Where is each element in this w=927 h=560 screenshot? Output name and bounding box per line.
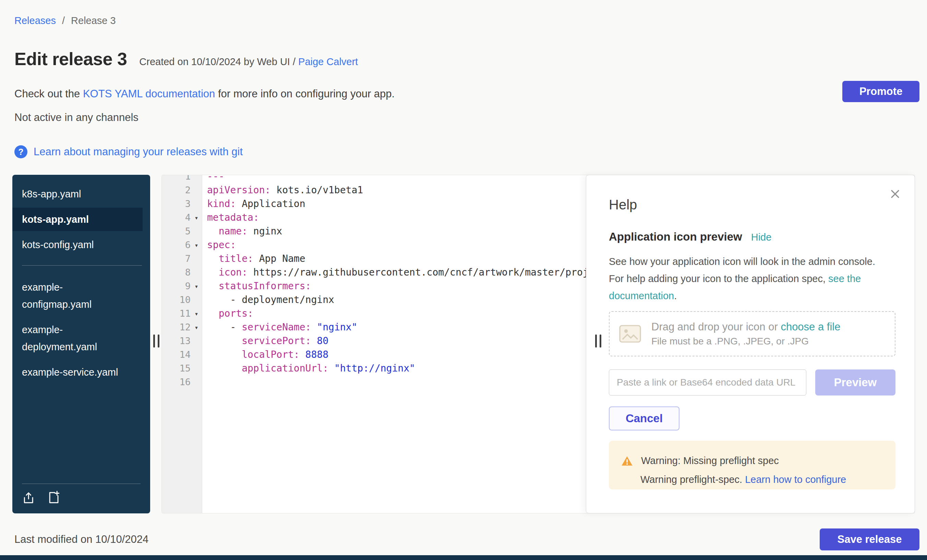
created-info: Created on 10/10/2024 by Web UI / Paige … bbox=[139, 56, 358, 68]
gutter-line-14: 14 bbox=[162, 348, 202, 361]
fold-arrow-icon[interactable]: ▾ bbox=[191, 279, 202, 293]
warning-text: Warning preflight-spec. bbox=[640, 474, 742, 485]
gutter-line-3: 3 bbox=[162, 197, 202, 211]
help-description: See how your application icon will look … bbox=[609, 253, 883, 304]
release-editor: k8s-app.yamlkots-app.yamlkots-config.yam… bbox=[12, 175, 915, 513]
gutter-line-9[interactable]: 9▾ bbox=[162, 279, 202, 293]
dropzone-text: Drag and drop your icon or choose a file… bbox=[651, 321, 840, 347]
gutter-line-4[interactable]: 4▾ bbox=[162, 211, 202, 225]
docs-line: Check out the KOTS YAML documentation fo… bbox=[14, 88, 395, 100]
warning-icon bbox=[621, 456, 633, 466]
gutter-line-1: 1 bbox=[162, 175, 202, 184]
sidebar-file-list: k8s-app.yamlkots-app.yamlkots-config.yam… bbox=[12, 175, 150, 256]
warning-box: Warning: Missing preflight spec Warning … bbox=[609, 441, 895, 489]
breadcrumb-separator: / bbox=[62, 15, 65, 26]
gutter-line-7: 7 bbox=[162, 252, 202, 266]
sidebar-file-kots-config.yaml[interactable]: kots-config.yaml bbox=[12, 233, 150, 256]
git-help-link[interactable]: Learn about managing your releases with … bbox=[33, 146, 243, 158]
file-type-hint: File must be a .PNG, .JPEG, or .JPG bbox=[651, 336, 840, 347]
icon-preview-section: Application icon preview Hide bbox=[609, 230, 895, 243]
bottom-bar bbox=[0, 555, 927, 560]
release-editor-page: Releases / Release 3 Edit release 3 Crea… bbox=[0, 0, 927, 560]
icon-dropzone[interactable]: Drag and drop your icon or choose a file… bbox=[609, 311, 895, 357]
preflight-configure-link[interactable]: Learn how to configure bbox=[745, 474, 846, 485]
gutter-lines: 1234▾56▾789▾1011▾12▾13141516 bbox=[162, 175, 202, 389]
hide-link[interactable]: Hide bbox=[751, 232, 772, 243]
icon-preview-title: Application icon preview bbox=[609, 230, 742, 243]
sidebar-file-example-service.yaml[interactable]: example-service.yaml bbox=[12, 360, 134, 385]
drop-instruction: Drag and drop your icon or bbox=[651, 321, 778, 333]
page-title: Edit release 3 bbox=[14, 49, 127, 69]
save-release-button[interactable]: Save release bbox=[820, 528, 919, 550]
gutter-line-10: 10 bbox=[162, 293, 202, 307]
sidebar-divider bbox=[22, 265, 142, 266]
docs-suffix: for more info on configuring your app. bbox=[218, 88, 395, 100]
fold-arrow-icon[interactable]: ▾ bbox=[191, 307, 202, 320]
sidebar-file-example-configmap.yaml[interactable]: example-configmap.yaml bbox=[12, 275, 134, 317]
sidebar-file-example-deployment.yaml[interactable]: example-deployment.yaml bbox=[12, 317, 134, 360]
gutter-line-5: 5 bbox=[162, 225, 202, 238]
breadcrumb-current: Release 3 bbox=[71, 15, 116, 26]
gutter-line-11[interactable]: 11▾ bbox=[162, 307, 202, 320]
gutter-line-6[interactable]: 6▾ bbox=[162, 238, 202, 252]
preview-button[interactable]: Preview bbox=[815, 369, 895, 396]
sidebar-file-kots-app.yaml[interactable]: kots-app.yaml bbox=[12, 208, 143, 231]
choose-file-link[interactable]: choose a file bbox=[781, 321, 840, 333]
gutter-line-2: 2 bbox=[162, 184, 202, 197]
icon-url-input[interactable] bbox=[609, 369, 806, 396]
fold-arrow-icon[interactable]: ▾ bbox=[191, 211, 202, 225]
git-help-row: ? Learn about managing your releases wit… bbox=[14, 145, 243, 158]
fold-arrow-icon[interactable]: ▾ bbox=[191, 238, 202, 252]
gutter-line-12[interactable]: 12▾ bbox=[162, 320, 202, 334]
last-modified: Last modified on 10/10/2024 bbox=[14, 533, 149, 546]
cancel-button[interactable]: Cancel bbox=[609, 407, 679, 431]
author-link[interactable]: Paige Calvert bbox=[298, 56, 358, 67]
sidebar-bottom-divider bbox=[22, 484, 141, 484]
channel-status: Not active in any channels bbox=[14, 111, 138, 124]
new-file-icon[interactable] bbox=[47, 490, 62, 505]
question-icon: ? bbox=[14, 145, 27, 158]
help-title: Help bbox=[609, 197, 895, 212]
kots-docs-link[interactable]: KOTS YAML documentation bbox=[83, 88, 215, 100]
sidebar-resize-handle[interactable] bbox=[153, 334, 160, 348]
sidebar-bottom bbox=[12, 484, 150, 513]
created-text: Created on 10/10/2024 by Web UI / bbox=[139, 56, 295, 67]
gutter-line-8: 8 bbox=[162, 266, 202, 279]
title-row: Edit release 3 Created on 10/10/2024 by … bbox=[14, 49, 358, 69]
warning-title: Warning: Missing preflight spec bbox=[641, 455, 779, 466]
docs-prefix: Check out the bbox=[14, 88, 80, 100]
icon-url-row: Preview bbox=[609, 369, 895, 396]
promote-button[interactable]: Promote bbox=[842, 81, 919, 102]
help-resize-handle[interactable] bbox=[595, 334, 601, 348]
gutter-line-16: 16 bbox=[162, 375, 202, 389]
breadcrumb: Releases / Release 3 bbox=[14, 15, 116, 26]
gutter-line-15: 15 bbox=[162, 361, 202, 375]
file-sidebar: k8s-app.yamlkots-app.yamlkots-config.yam… bbox=[12, 175, 150, 513]
help-description-suffix: . bbox=[674, 290, 677, 301]
help-panel: Help Application icon preview Hide See h… bbox=[586, 175, 915, 513]
sidebar-example-list: example-configmap.yamlexample-deployment… bbox=[12, 275, 150, 385]
fold-arrow-icon[interactable]: ▾ bbox=[191, 320, 202, 334]
import-file-icon[interactable] bbox=[22, 490, 37, 505]
sidebar-file-k8s-app.yaml[interactable]: k8s-app.yaml bbox=[12, 182, 150, 206]
image-placeholder-icon bbox=[619, 325, 641, 343]
gutter-line-13: 13 bbox=[162, 334, 202, 348]
close-icon[interactable] bbox=[889, 188, 901, 200]
breadcrumb-releases-link[interactable]: Releases bbox=[14, 15, 56, 26]
